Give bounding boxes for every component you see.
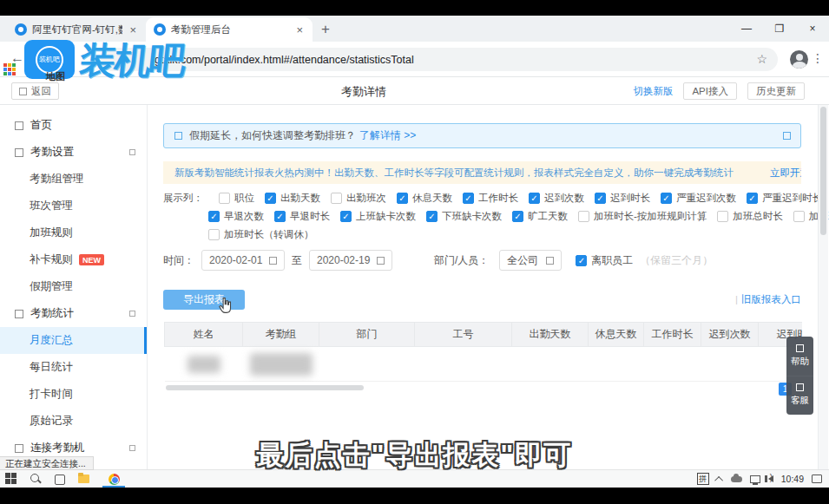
sidebar-item-2[interactable]: 考勤组管理 <box>0 166 147 193</box>
date-to-picker[interactable]: 2020-02-19 <box>309 250 392 271</box>
checkbox-icon[interactable]: ✓ <box>661 193 672 204</box>
checkbox-icon[interactable]: ✓ <box>576 255 587 266</box>
float-panel-label: 客服 <box>791 395 809 407</box>
column-checkbox-迟到时长[interactable]: ✓迟到时长 <box>595 192 650 205</box>
date-from-picker[interactable]: 2020-02-01 <box>201 250 285 271</box>
taskbar-clock[interactable]: 10:49 <box>781 474 804 484</box>
api-access-button[interactable]: API接入 <box>683 82 737 100</box>
column-checkbox-加班总时长[interactable]: 加班总时长 <box>717 210 783 223</box>
checkbox-icon[interactable]: ✓ <box>512 211 523 222</box>
sidebar-item-5[interactable]: 补卡规则NEW <box>0 246 147 273</box>
checkbox-icon[interactable] <box>219 193 230 204</box>
task-view-icon[interactable] <box>54 473 66 485</box>
action-center-icon[interactable] <box>812 475 822 483</box>
url-text[interactable]: gtalk.com/portal/index.html#/attendance/… <box>155 54 414 66</box>
collapse-icon[interactable] <box>129 311 135 317</box>
column-checkbox-迟到次数[interactable]: ✓迟到次数 <box>529 192 584 205</box>
column-checkbox-工作时长[interactable]: ✓工作时长 <box>463 192 518 205</box>
checkbox-icon[interactable]: ✓ <box>340 211 352 222</box>
horizontal-scrollbar-thumb[interactable] <box>166 385 364 390</box>
column-checkbox-加班时长-按加班规则计算[interactable]: 加班时长-按加班规则计算 <box>578 210 707 223</box>
checkbox-icon[interactable] <box>717 211 728 222</box>
window-close-button[interactable]: × <box>796 16 829 42</box>
vertical-scrollbar-thumb[interactable] <box>820 107 826 235</box>
float-panel-service[interactable]: 客服 <box>786 376 813 416</box>
file-explorer-icon[interactable] <box>78 473 90 485</box>
column-checkbox-出勤天数[interactable]: ✓出勤天数 <box>265 192 320 205</box>
start-button-icon[interactable] <box>5 473 17 485</box>
checkbox-icon[interactable] <box>578 211 589 222</box>
network-icon[interactable] <box>750 475 760 483</box>
sidebar-item-1[interactable]: 考勤设置 <box>0 139 147 166</box>
checkbox-icon[interactable]: ✓ <box>463 193 474 204</box>
legacy-report-link[interactable]: |旧版报表入口 <box>735 293 801 306</box>
return-icon <box>19 88 27 95</box>
column-checkbox-上班缺卡次数[interactable]: ✓上班缺卡次数 <box>340 210 416 223</box>
sidebar-item-label: 打卡时间 <box>30 387 73 402</box>
sidebar-item-label: 假期管理 <box>30 279 73 294</box>
tab-close-icon[interactable]: × <box>128 23 138 36</box>
dept-select[interactable]: 全公司 <box>499 250 562 271</box>
checkbox-icon[interactable]: ✓ <box>426 211 438 222</box>
checkbox-icon[interactable] <box>331 193 342 204</box>
table-header-工作时长: 工作时长 <box>644 323 701 347</box>
export-report-button[interactable]: 导出报表 <box>163 290 245 310</box>
checkbox-icon[interactable] <box>793 211 805 222</box>
table-cell <box>589 347 644 382</box>
column-checkbox-旷工天数[interactable]: ✓旷工天数 <box>512 210 568 223</box>
checkbox-icon[interactable]: ✓ <box>397 193 408 204</box>
float-panel-help[interactable]: 帮助 <box>786 337 813 376</box>
table-row[interactable] <box>165 347 803 382</box>
checkbox-icon[interactable]: ✓ <box>595 193 606 204</box>
checkbox-icon[interactable]: ✓ <box>208 211 220 222</box>
sidebar-item-8[interactable]: 月度汇总 <box>0 327 147 354</box>
checkbox-icon[interactable] <box>208 229 220 240</box>
table-header-迟到次数: 迟到次数 <box>701 323 759 347</box>
browser-menu-icon[interactable]: ⋮ <box>812 51 824 65</box>
onedrive-icon[interactable] <box>731 476 742 482</box>
table-cell <box>165 347 243 382</box>
checkbox-icon[interactable]: ✓ <box>274 211 286 222</box>
float-panel-label: 帮助 <box>791 356 809 368</box>
sidebar-item-0[interactable]: 首页 <box>0 112 147 139</box>
sidebar-item-3[interactable]: 班次管理 <box>0 193 147 219</box>
collapse-icon[interactable] <box>129 149 135 155</box>
banner-detail-link[interactable]: 了解详情 >> <box>359 128 416 143</box>
column-checkbox-严重迟到次数[interactable]: ✓严重迟到次数 <box>661 192 736 205</box>
volume-icon[interactable] <box>768 475 773 482</box>
column-checkbox-加班时长（转调休）[interactable]: 加班时长（转调休） <box>208 228 314 241</box>
resigned-checkbox[interactable]: ✓ 离职员工 <box>576 253 633 268</box>
tab-close-icon[interactable]: × <box>294 23 305 36</box>
checkbox-icon[interactable]: ✓ <box>529 193 540 204</box>
profile-avatar[interactable] <box>790 50 808 69</box>
column-checkbox-早退时长[interactable]: ✓早退时长 <box>274 210 330 223</box>
sidebar-item-9[interactable]: 每日统计 <box>0 354 147 381</box>
column-checkbox-出勤班次[interactable]: 出勤班次 <box>331 192 386 205</box>
banner-close-icon[interactable] <box>783 132 791 140</box>
sidebar-item-11[interactable]: 原始记录 <box>0 408 147 435</box>
restore-button[interactable]: ❐ <box>763 16 796 42</box>
sidebar-item-4[interactable]: 加班规则 <box>0 219 147 246</box>
column-checkbox-严重迟到时长[interactable]: ✓严重迟到时长 <box>747 192 822 205</box>
bookmark-star-icon[interactable]: ☆ <box>756 52 767 66</box>
checkbox-icon[interactable]: ✓ <box>747 193 758 204</box>
activate-now-link[interactable]: 立即开通 <box>770 167 801 180</box>
checkbox-icon[interactable]: ✓ <box>265 193 276 204</box>
return-button[interactable]: 返回 <box>11 82 59 100</box>
search-icon[interactable] <box>30 473 42 485</box>
column-checkbox-休息天数[interactable]: ✓休息天数 <box>397 192 452 205</box>
switch-new-version-link[interactable]: 切换新版 <box>633 85 673 98</box>
new-tab-button[interactable]: + <box>321 21 330 38</box>
column-checkbox-下班缺卡次数[interactable]: ✓下班缺卡次数 <box>426 210 502 223</box>
column-checkbox-职位[interactable]: 职位 <box>219 192 254 205</box>
column-checkbox-早退次数[interactable]: ✓早退次数 <box>208 210 264 223</box>
sidebar-item-7[interactable]: 考勤统计 <box>0 300 147 327</box>
sidebar-item-10[interactable]: 打卡时间 <box>0 381 147 408</box>
sidebar-item-6[interactable]: 假期管理 <box>0 273 147 300</box>
minimize-button[interactable]: — <box>730 16 763 42</box>
history-update-button[interactable]: 历史更新 <box>747 82 805 100</box>
ime-indicator[interactable]: 拼 <box>697 473 709 485</box>
dingtalk-favicon <box>15 23 27 36</box>
tray-expand-icon[interactable] <box>714 475 723 484</box>
address-bar[interactable]: gtalk.com/portal/index.html#/attendance/… <box>101 48 778 71</box>
